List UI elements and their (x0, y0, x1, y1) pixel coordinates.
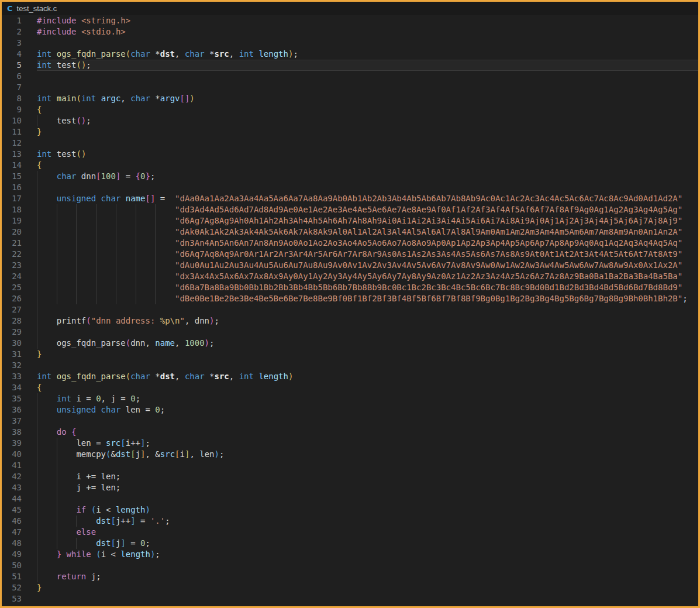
indent-guide (136, 204, 136, 215)
indent-guide (96, 215, 96, 226)
code-token: length (120, 549, 150, 559)
code-line: 34{ (2, 382, 698, 393)
line-number: 30 (2, 338, 22, 349)
code-token: [ (111, 516, 115, 525)
code-token: } (37, 349, 42, 359)
indent-guide (37, 527, 37, 538)
code-token: { (37, 160, 42, 170)
code-token: 0 (140, 171, 145, 181)
code-token: ; (682, 294, 687, 303)
code-token: dnn, (130, 338, 155, 348)
code-line: 52} (2, 582, 698, 593)
code-line: 27 (2, 304, 698, 315)
code-line: 26 "dBe0Be1Be2Be3Be4Be5Be6Be7Be8Be9Bf0Bf… (2, 293, 698, 304)
code-token: length (116, 505, 146, 514)
code-token: ; (86, 116, 91, 125)
code-token: } (37, 127, 42, 136)
code-token: src (215, 49, 229, 59)
code-line: 41 (2, 460, 698, 471)
code-line: 49 } while (i < length); (2, 549, 698, 560)
tab-test-stack-c[interactable]: C test_stack.c (7, 4, 57, 13)
line-number: 21 (2, 238, 22, 249)
code-token: i += len; (37, 472, 120, 481)
line-number: 23 (2, 260, 22, 271)
indent-guide (96, 226, 96, 238)
code-token: } (146, 171, 150, 181)
code-token: ( (86, 316, 91, 325)
code-line-content: return j; (37, 571, 698, 582)
code-token (96, 194, 101, 203)
code-line-content: { (37, 104, 698, 115)
code-line-content: test(); (37, 115, 698, 126)
line-number: 41 (2, 460, 22, 471)
indent-guide (96, 260, 96, 271)
code-line: 31} (2, 349, 698, 360)
indent-guide (76, 226, 77, 238)
code-token: i < (96, 505, 116, 514)
indent-guide (155, 204, 156, 215)
code-token (37, 283, 175, 292)
code-line: 39 len = src[i++]; (2, 438, 698, 449)
indent-guide (37, 571, 37, 582)
code-editor[interactable]: 1#include <string.h>2#include <stdio.h>3… (2, 15, 698, 606)
code-token (37, 260, 175, 270)
code-line: 1#include <string.h> (2, 15, 698, 26)
code-token: int (37, 372, 51, 381)
code-token: name (126, 194, 146, 203)
code-token: , (175, 372, 185, 381)
code-token: dst (96, 538, 111, 548)
code-token: char (101, 405, 121, 414)
line-number: 51 (2, 571, 22, 582)
line-number: 38 (2, 427, 22, 438)
code-token: dnn (76, 171, 96, 181)
code-token: src (106, 438, 120, 448)
indent-guide (57, 226, 57, 238)
code-token: ; (146, 538, 150, 548)
code-token: <stdio.h> (81, 27, 126, 36)
code-line: 4int ogs_fqdn_parse(char *dst, char *src… (2, 49, 698, 60)
code-token: ] (120, 538, 125, 548)
code-token: i < (101, 549, 121, 559)
indent-guide (37, 504, 37, 516)
code-line: 22 "d6Aq7Aq8Aq9Ar0Ar1Ar2Ar3Ar4Ar5Ar6Ar7A… (2, 249, 698, 260)
code-line-content: "dAu0Au1Au2Au3Au4Au5Au6Au7Au8Au9Av0Av1Av… (37, 260, 698, 271)
code-line-content: j += len; (37, 482, 698, 493)
code-token: "dd3Ad4Ad5Ad6Ad7Ad8Ad9Ae0Ae1Ae2Ae3Ae4Ae5… (175, 205, 682, 214)
code-line: 37 (2, 415, 698, 427)
code-token (37, 194, 57, 203)
code-token: ; (293, 49, 298, 59)
code-token: ) (145, 505, 150, 514)
code-token: ogs_fqdn_parse (37, 338, 126, 348)
indent-guide (155, 226, 156, 238)
line-number: 50 (2, 560, 22, 571)
code-token (96, 94, 101, 103)
code-token (67, 427, 71, 437)
code-token: "d6Ba7Ba8Ba9Bb0Bb1Bb2Bb3Bb4Bb5Bb6Bb7Bb8B… (175, 283, 682, 292)
code-token: 0 (140, 538, 145, 548)
code-token: , len (189, 449, 214, 459)
code-line: 13int test() (2, 149, 698, 160)
line-number: 12 (2, 138, 22, 149)
code-token: test (51, 60, 76, 70)
code-line-content (37, 82, 698, 93)
code-token: ; (165, 516, 170, 525)
code-line-content (37, 71, 698, 82)
code-token: int (239, 49, 254, 59)
code-line-content: #include <stdio.h> (37, 26, 698, 37)
indent-guide (136, 282, 136, 293)
line-number: 9 (2, 104, 22, 115)
line-number: 10 (2, 115, 22, 126)
code-line-content: char dnn[100] = {0}; (37, 171, 698, 182)
line-number: 27 (2, 304, 22, 315)
code-line: 42 i += len; (2, 471, 698, 482)
code-token (37, 249, 175, 259)
code-token: ( (126, 338, 130, 348)
code-token: "dAu0Au1Au2Au3Au4Au5Au6Au7Au8Au9Av0Av1Av… (175, 260, 682, 270)
code-token (61, 549, 66, 559)
code-line: 2#include <stdio.h> (2, 26, 698, 37)
code-line-content: dst[j] = 0; (37, 538, 698, 549)
code-line-content: } while (i < length); (37, 549, 698, 560)
code-line-content: int main(int argc, char *argv[]) (37, 93, 698, 104)
indent-guide (37, 260, 37, 271)
indent-guide (57, 204, 57, 215)
